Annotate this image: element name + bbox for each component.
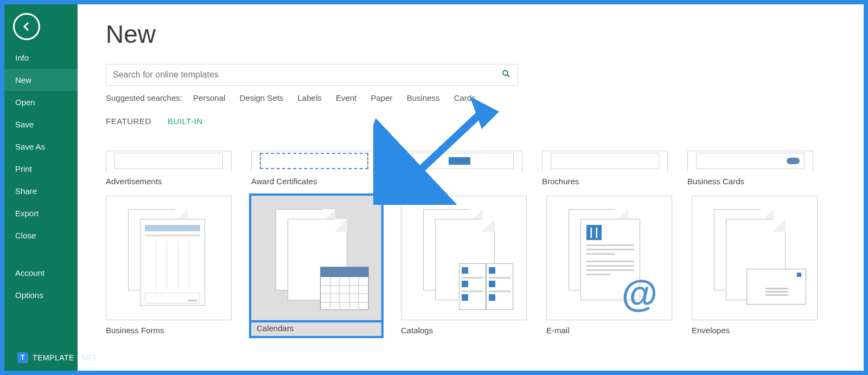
template-grid: Advertisements Award Certificates Bers B… <box>106 151 853 346</box>
tile-business-forms[interactable]: Business Forms <box>106 196 232 336</box>
thumb-advertisements <box>106 151 232 171</box>
tab-builtin[interactable]: BUILT-IN <box>168 117 203 126</box>
suggested-searches: Suggested searches: Personal Design Sets… <box>106 93 841 102</box>
watermark-tld: .NET <box>79 353 97 362</box>
suggested-labels[interactable]: Labels <box>298 93 322 102</box>
tile-business-cards[interactable]: Business Cards <box>687 151 813 186</box>
suggested-personal[interactable]: Personal <box>193 93 225 102</box>
menu-close[interactable]: Close <box>4 224 78 247</box>
menu-new[interactable]: New <box>4 69 78 91</box>
thumb-banners <box>397 151 522 171</box>
tile-catalogs[interactable]: Catalogs <box>401 196 527 336</box>
suggested-label: Suggested searches: <box>106 93 182 102</box>
label-banners: Bers <box>397 177 522 186</box>
watermark-brand: TEMPLATE <box>33 353 74 362</box>
svg-point-0 <box>503 70 508 75</box>
label-email: E-mail <box>546 326 672 335</box>
back-arrow-icon <box>20 20 33 33</box>
thumb-award-certificates <box>251 151 377 171</box>
menu-share[interactable]: Share <box>4 180 78 202</box>
suggested-design-sets[interactable]: Design Sets <box>239 93 283 102</box>
page-title: New <box>106 20 841 49</box>
thumb-envelopes <box>692 196 818 320</box>
main-content: New Suggested searches: Personal Design … <box>78 4 864 371</box>
menu-account[interactable]: Account <box>4 262 78 284</box>
search-icon[interactable] <box>501 69 511 81</box>
backstage-sidebar: Info New Open Save Save As Print Share E… <box>4 4 78 371</box>
calendar-icon <box>320 267 369 310</box>
menu-info[interactable]: Info <box>4 47 78 69</box>
label-award-certificates: Award Certificates <box>251 177 377 186</box>
svg-line-1 <box>507 75 509 77</box>
tab-featured[interactable]: FEATURED <box>106 117 151 126</box>
template-tabs: FEATURED BUILT-IN <box>106 117 841 126</box>
backstage-menu: Info New Open Save Save As Print Share E… <box>4 47 78 306</box>
label-brochures: Brochures <box>542 177 668 186</box>
thumb-email: ┃┃ @ <box>546 196 672 320</box>
label-advertisements: Advertisements <box>106 177 232 186</box>
tile-brochures[interactable]: Brochures <box>542 151 668 186</box>
at-icon: @ <box>622 272 658 314</box>
watermark-icon: T <box>17 352 28 363</box>
suggested-cards[interactable]: Cards <box>454 93 476 102</box>
tile-banners[interactable]: Bers <box>397 151 522 186</box>
tile-envelopes[interactable]: Envelopes <box>692 196 818 336</box>
tile-award-certificates[interactable]: Award Certificates <box>251 151 377 186</box>
grid-row-1: Advertisements Award Certificates Bers B… <box>106 151 853 186</box>
search-input[interactable] <box>113 70 501 80</box>
tile-calendars[interactable]: Calendars <box>251 196 381 336</box>
suggested-business[interactable]: Business <box>407 93 440 102</box>
catalog-icon <box>459 263 513 310</box>
label-envelopes: Envelopes <box>692 326 818 335</box>
suggested-event[interactable]: Event <box>336 93 356 102</box>
menu-save-as[interactable]: Save As <box>4 135 78 158</box>
menu-save[interactable]: Save <box>4 113 78 135</box>
menu-options[interactable]: Options <box>4 284 78 306</box>
thumb-brochures <box>542 151 668 171</box>
grid-row-2: Business Forms Calendars <box>106 196 853 336</box>
menu-print[interactable]: Print <box>4 158 78 180</box>
thumb-business-forms <box>106 196 232 320</box>
menu-export[interactable]: Export <box>4 202 78 224</box>
envelope-icon <box>746 269 806 305</box>
label-business-forms: Business Forms <box>106 326 232 335</box>
watermark: T TEMPLATE.NET <box>17 352 97 363</box>
suggested-paper[interactable]: Paper <box>371 93 392 102</box>
thumb-business-cards <box>687 151 813 171</box>
back-button[interactable] <box>13 13 40 40</box>
template-search[interactable] <box>106 64 518 86</box>
menu-open[interactable]: Open <box>4 91 78 113</box>
thumb-calendars <box>251 196 381 320</box>
tile-email[interactable]: ┃┃ @ E-mail <box>546 196 672 336</box>
label-catalogs: Catalogs <box>401 326 527 335</box>
label-business-cards: Business Cards <box>687 177 813 186</box>
tile-advertisements[interactable]: Advertisements <box>106 151 232 186</box>
label-calendars: Calendars <box>257 324 376 333</box>
thumb-catalogs <box>401 196 527 320</box>
